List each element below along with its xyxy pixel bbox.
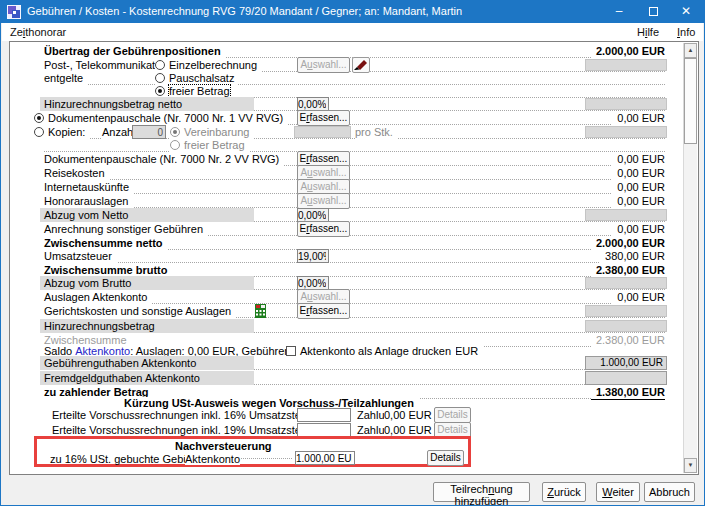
abbruch-button[interactable]: Abbruch [644,482,695,502]
dokumentenpauschale-1-erfassen-button[interactable]: Erfassen... [297,110,350,126]
row-post-2: entgelte Pauschalsatz [44,72,665,85]
vorschuss-16-details-button: Details [434,407,471,423]
dialog-window: Gebühren / Kosten - Kostenrechnung RVG 7… [0,0,705,506]
radio-einzelberechnung[interactable]: Einzelberechnung [155,59,261,72]
row-abzug-netto: Abzug vom Netto [44,209,665,222]
radio-icon [155,60,165,70]
pro-stk-field-disabled [294,126,351,138]
close-button[interactable]: ✕ [668,1,704,23]
radio-kopien-freier-betrag: freier Betrag [170,139,249,152]
abzug-netto-label: Abzug vom Netto [40,208,254,222]
dokumentenpauschale-2-label: Dokumentenpauschale (Nr. 7000 Nr. 2 VV R… [44,153,284,166]
menu-bar: Zeithonorar Hilfe Info [2,23,703,41]
abzug-netto-percent[interactable] [297,208,329,222]
anrechnung-label: Anrechnung sonstiger Gebühren [44,223,208,236]
hinzurechnungsbetrag-label: Hinzurechnungsbetrag [40,319,254,333]
dotted-leader [44,262,665,263]
vertical-scrollbar[interactable]: ▲ ▼ [683,43,697,473]
radio-icon-selected [155,86,165,96]
gerichtskosten-label: Gerichtskosten und sonstige Auslagen [44,305,236,318]
uebertrag-label: Übertrag der Gebührenpositionen [44,45,226,58]
radio-icon-selected [34,113,44,123]
umsatzsteuer-value: 380,00 EUR [600,250,665,263]
kopien-amount-field-disabled [585,126,667,138]
gerichtskosten-erfassen-button[interactable]: Erfassen... [297,303,350,319]
nachversteuerung-input[interactable] [295,451,355,465]
row-abzug-brutto: Abzug vom Brutto [44,277,665,290]
row-umsatzsteuer: Umsatzsteuer 380,00 EUR [44,250,665,263]
teilrechnung-hinzufuegen-button[interactable]: Teilrechnung hinzufügen [433,482,530,502]
row-dokumentenpauschale-2: Dokumentenpauschale (Nr. 7000 Nr. 2 VV R… [44,153,665,166]
row-reisekosten: Reisekosten Auswahl... 0,00 EUR [44,167,665,180]
hinzurechnung-netto-percent[interactable] [297,97,329,111]
nachversteuerung-details-button[interactable]: Details [427,450,464,466]
row-dokumentenpauschale-1: Dokumentenpauschale (Nr. 7000 Nr. 1 VV R… [44,112,665,125]
scroll-up-icon[interactable]: ▲ [684,43,697,58]
honorarauslagen-auswahl-button: Auswahl... [297,193,350,209]
fremdgeldguthaben-value-field [585,371,667,385]
vorschuss-16-input[interactable] [297,408,351,422]
nachversteuerung-header: Nachversteuerung [175,440,272,452]
zwischensumme-brutto-value: 2.380,00 EUR [591,264,665,277]
post-auswahl-button: Auswahl... [297,57,350,73]
nachversteuerung-highlight-box: Nachversteuerung zu 16% USt. gebuchte Ge… [34,436,471,467]
pen-edit-button[interactable] [352,57,370,73]
gebuehrenguthaben-label: Gebührenguthaben Aktenkonto [40,356,254,370]
radio-dokumentenpauschale-1[interactable]: Dokumentenpauschale (Nr. 7000 Nr. 1 VV R… [34,112,287,125]
menu-zeithonorar[interactable]: Zeithonorar [7,25,69,40]
dotted-leader [44,151,665,152]
umsatzsteuer-label: Umsatzsteuer [44,250,117,263]
checkbox-icon [286,346,296,356]
row-kopien-freier-betrag: freier Betrag [44,139,665,152]
internetauskuenfte-label: Internetauskünfte [44,181,134,194]
umsatzsteuer-percent[interactable] [297,249,329,263]
abzug-brutto-amount-disabled [585,277,667,289]
maximize-icon [649,7,658,16]
titlebar: Gebühren / Kosten - Kostenrechnung RVG 7… [1,1,704,23]
radio-pauschalsatz[interactable]: Pauschalsatz [155,72,238,85]
scroll-down-icon[interactable]: ▼ [684,458,697,473]
zwischensumme-netto-label: Zwischensumme netto [44,237,168,250]
nachversteuerung-aktenkonto-label: Aktenkonto [185,453,240,465]
pro-stk-label: pro Stk. [355,126,398,139]
minimize-button[interactable]: – [602,1,636,23]
menu-info[interactable]: Info [674,25,698,40]
window-title: Gebühren / Kosten - Kostenrechnung RVG 7… [27,5,462,17]
zurueck-button[interactable]: Zurück [542,482,586,502]
row-auslagen-aktenkonto: Auslagen Aktenkonto Auswahl... 0,00 EUR [44,291,665,304]
maximize-button[interactable] [636,1,670,23]
scrollbar-thumb[interactable] [684,58,697,144]
dotted-leader [44,193,665,194]
uebertrag-value: 2.000,00 EUR [591,45,665,58]
hinzurechnungsbetrag-amount-disabled [585,320,667,332]
abzug-brutto-percent[interactable] [297,276,329,290]
internetauskuenfte-value: 0,00 EUR [612,181,665,194]
row-gebuehrenguthaben: Gebührenguthaben Aktenkonto 1.000,00 EUR [44,357,665,370]
anrechnung-value: 0,00 EUR [612,223,665,236]
anrechnung-erfassen-button[interactable]: Erfassen... [297,221,350,237]
anzahl-input [132,125,166,139]
row-anrechnung: Anrechnung sonstiger Gebühren Erfassen..… [44,223,665,236]
radio-icon [155,73,165,83]
calculator-icon[interactable] [255,304,266,318]
radio-icon-selected-disabled [170,127,180,137]
hinzurechnung-netto-amount-disabled [585,98,667,110]
app-icon [7,5,21,19]
abzug-brutto-label: Abzug vom Brutto [40,276,254,290]
dotted-leader [44,179,665,180]
row-gerichtskosten: Gerichtskosten und sonstige Auslagen Erf… [44,305,665,318]
auslagen-aktenkonto-value: 0,00 EUR [612,291,665,304]
gebuehrenguthaben-value-field: 1.000,00 EUR [585,356,667,370]
menu-hilfe[interactable]: Hilfe [634,25,662,40]
weiter-button[interactable]: Weiter [596,482,640,502]
row-zwischensumme-netto: Zwischensumme netto 2.000,00 EUR [44,237,665,250]
radio-icon-disabled [170,140,180,150]
vorschuss-19-input[interactable] [297,423,351,437]
radio-kopien[interactable]: Kopien: [34,126,89,139]
honorarauslagen-label: Honorarauslagen [44,195,133,208]
abzug-netto-amount-disabled [585,209,667,221]
vorschuss-16-zahlung-value: 0,00 EUR [384,409,428,422]
post-amount-field-disabled [585,59,667,71]
row-fremdgeldguthaben: Fremdgeldguthaben Aktenkonto [44,372,665,385]
row-post-1: Post-, Telekommunikations- Einzelberechn… [44,59,665,72]
